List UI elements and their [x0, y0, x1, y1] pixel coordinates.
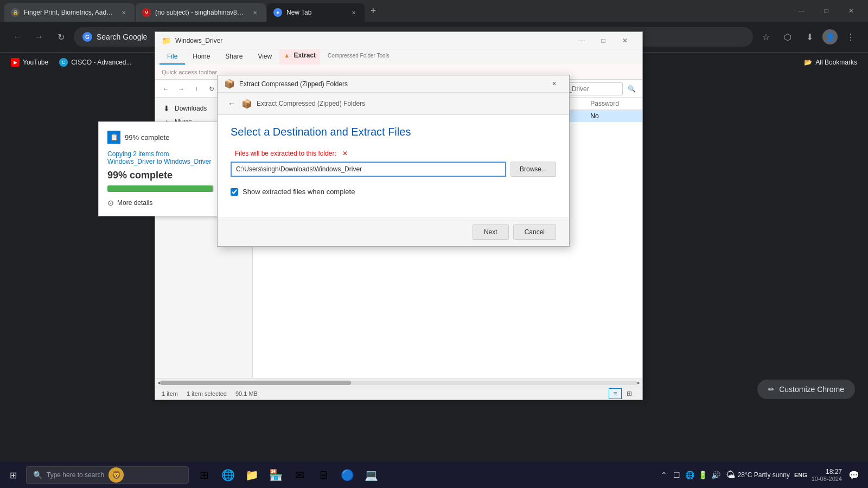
chevron-up-icon[interactable]: ⌃: [659, 471, 669, 479]
tab-3-close[interactable]: ✕: [349, 8, 358, 17]
fe-view-details-button[interactable]: ≡: [609, 388, 622, 399]
fe-close-button[interactable]: ✕: [614, 33, 636, 48]
taskbar-chrome-icon[interactable]: 🔵: [336, 464, 358, 486]
copy-dialog-body: Copying 2 items from Windows_Driver to W…: [107, 150, 214, 165]
new-tab-button[interactable]: +: [366, 3, 381, 18]
fe-scrollbar[interactable]: ◂ ▸: [155, 378, 642, 387]
fe-back-button[interactable]: ←: [159, 82, 173, 95]
scroll-right-arrow[interactable]: ▸: [637, 380, 640, 386]
profile-avatar[interactable]: 👤: [822, 29, 838, 44]
taskbar-mail-icon[interactable]: ✉: [289, 464, 310, 486]
all-bookmarks-button[interactable]: 📂 All Bookmarks: [800, 56, 861, 68]
tab-3[interactable]: ● New Tab ✕: [267, 3, 365, 22]
extract-checkbox-label: Show extracted files when complete: [242, 188, 355, 196]
customize-pen-icon: ✏: [768, 385, 775, 394]
extract-browse-button[interactable]: Browse...: [510, 162, 556, 177]
start-button[interactable]: ⊞: [0, 462, 26, 488]
tab-2-close[interactable]: ✕: [251, 8, 259, 17]
menu-icon[interactable]: ⋮: [842, 28, 859, 46]
extract-path-input[interactable]: [231, 162, 506, 177]
chevron-down-icon: ⊙: [107, 198, 114, 207]
chrome-close-button[interactable]: ✕: [839, 0, 864, 22]
extract-next-button[interactable]: Next: [473, 224, 509, 240]
chrome-maximize-button[interactable]: □: [814, 0, 839, 22]
back-button[interactable]: ←: [9, 28, 26, 46]
extract-close-button[interactable]: ✕: [545, 76, 563, 92]
tab-1-title: Finger Print, Biometrics, Aadha...: [24, 9, 115, 16]
weather-text: 28°C Partly sunny: [738, 471, 790, 479]
star-icon[interactable]: ☆: [757, 28, 775, 46]
fe-forward-button[interactable]: →: [175, 82, 188, 95]
file-explorer-title-icon: 📁: [162, 36, 171, 45]
fe-maximize-button[interactable]: □: [592, 33, 614, 48]
bookmark-cisco-label: CISCO - Advanced...: [71, 59, 131, 66]
weather-icon: 🌤: [726, 470, 736, 481]
clock-time: 18:27: [812, 468, 842, 476]
fe-status-size: 90.1 MB: [235, 390, 258, 397]
extract-nav-back[interactable]: ←: [224, 96, 239, 111]
extract-close-label[interactable]: ✕: [342, 150, 348, 157]
fe-search-button[interactable]: 🔍: [625, 82, 638, 95]
volume-icon[interactable]: 🔊: [711, 471, 722, 479]
ribbon-tab-share[interactable]: Share: [218, 49, 250, 65]
tab-bar: 🔒 Finger Print, Biometrics, Aadha... ✕ M…: [0, 0, 868, 22]
clock-date: 10-08-2024: [812, 476, 842, 482]
scrollbar-thumb[interactable]: [160, 381, 351, 385]
extract-cancel-button[interactable]: Cancel: [513, 224, 556, 240]
fe-status-selected: 1 item selected: [187, 390, 227, 397]
extract-show-files-checkbox[interactable]: [231, 188, 238, 196]
tab-1[interactable]: 🔒 Finger Print, Biometrics, Aadha... ✕: [4, 3, 135, 22]
ribbon-tab-file[interactable]: File: [159, 49, 185, 65]
fe-view-icons: ≡ ⊞: [609, 388, 636, 399]
taskbar-pc-icon[interactable]: 💻: [360, 464, 382, 486]
ribbon-tab-home[interactable]: Home: [185, 49, 218, 65]
clipboard-icon[interactable]: ☐: [672, 471, 682, 479]
scrollbar-track[interactable]: [160, 381, 637, 385]
copy-dialog: 📋 99% complete Copying 2 items from Wind…: [98, 121, 223, 216]
battery-icon[interactable]: 🔋: [698, 471, 709, 479]
network-tray-icon[interactable]: 🌐: [685, 471, 695, 479]
fe-minimize-button[interactable]: —: [571, 33, 592, 48]
toolbar-icons: ☆ ⬡ ⬇ 👤 ⋮: [757, 28, 859, 46]
taskbar-store-icon[interactable]: 🏪: [265, 464, 286, 486]
extract-tab-label: Extract: [293, 52, 316, 59]
tab-2[interactable]: M (no subject) - singhabhinav807... ✕: [136, 3, 266, 22]
extract-nav-address: 📦 Extract Compressed (Zipped) Folders: [241, 99, 365, 109]
taskbar: ⊞ 🔍 Type here to search 🦁 ⊞ 🌐 📁 🏪 ✉ 🖥 🔵 …: [0, 462, 868, 488]
taskbar-search-bar[interactable]: 🔍 Type here to search 🦁: [26, 466, 189, 484]
fe-refresh-button[interactable]: ↻: [205, 82, 218, 95]
taskbar-task-view-icon[interactable]: ⊞: [193, 464, 215, 486]
reload-button[interactable]: ↻: [52, 28, 69, 46]
fe-up-button[interactable]: ↑: [190, 82, 203, 95]
chrome-minimize-button[interactable]: —: [789, 0, 814, 22]
extract-dialog-nav: ← 📦 Extract Compressed (Zipped) Folders: [218, 93, 569, 115]
file-explorer-title: Windows_Driver: [175, 37, 571, 44]
taskbar-edge-icon[interactable]: 🌐: [217, 464, 239, 486]
fe-file-password: No: [590, 112, 638, 120]
taskbar-explorer-icon[interactable]: 📁: [241, 464, 263, 486]
forward-button[interactable]: →: [30, 28, 48, 46]
download-icon[interactable]: ⬇: [801, 28, 818, 46]
ribbon-tab-compressed[interactable]: ▲ Extract: [279, 49, 320, 65]
fe-view-tiles-button[interactable]: ⊞: [623, 388, 636, 399]
ribbon-tab-tools[interactable]: Compressed Folder Tools: [320, 49, 397, 65]
taskbar-dell-icon[interactable]: 🖥: [312, 464, 334, 486]
weather-widget[interactable]: 🌤 28°C Partly sunny: [726, 470, 790, 481]
col-password-header: Password: [590, 100, 638, 107]
system-clock[interactable]: 18:27 10-08-2024: [812, 468, 842, 482]
notification-icon[interactable]: 💬: [846, 467, 861, 483]
customize-chrome-label: Customize Chrome: [779, 385, 844, 394]
tab-1-close[interactable]: ✕: [119, 8, 128, 17]
downloads-icon: ⬇: [162, 104, 171, 113]
extract-label-text: Files will be extracted to this folder:: [235, 150, 336, 157]
bookmark-cisco[interactable]: C CISCO - Advanced...: [55, 56, 136, 69]
bookmark-youtube[interactable]: ▶ YouTube: [7, 56, 53, 69]
extract-dialog-body: Select a Destination and Extract Files F…: [218, 115, 569, 217]
customize-chrome-button[interactable]: ✏ Customize Chrome: [757, 380, 855, 399]
ribbon-tab-view[interactable]: View: [250, 49, 279, 65]
language-indicator[interactable]: ENG: [794, 472, 807, 478]
extract-heading: Select a Destination and Extract Files: [231, 126, 556, 138]
copy-more-details[interactable]: ⊙ More details: [107, 198, 214, 207]
extension-puzzle-icon[interactable]: ⬡: [779, 28, 796, 46]
taskbar-right: ⌃ ☐ 🌐 🔋 🔊 🌤 28°C Partly sunny ENG 18:27 …: [659, 467, 868, 483]
